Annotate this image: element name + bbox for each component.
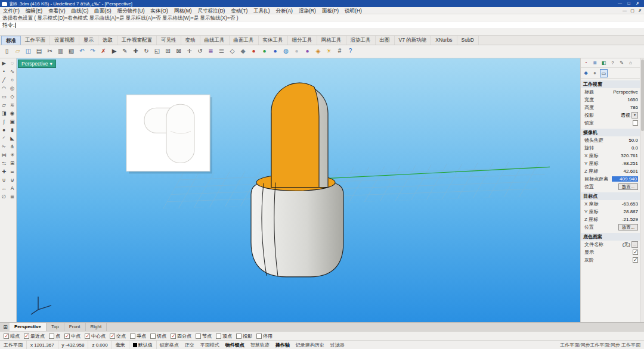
earth-globe-icon[interactable]: ◍ — [281, 46, 291, 57]
reference-image[interactable] — [126, 95, 212, 173]
osnap-vertex[interactable]: 顶点 — [216, 333, 232, 339]
lasso-select-tool-icon[interactable]: ◌ — [8, 60, 16, 67]
projection-select[interactable]: 透视 — [612, 112, 630, 119]
tab-subd[interactable]: SubD — [457, 36, 479, 45]
osnap-near[interactable]: 最近点 — [24, 333, 45, 339]
minimize-button[interactable]: — — [615, 0, 624, 7]
curve-tool-icon[interactable]: ∿ — [8, 68, 16, 76]
target-distance-value[interactable]: 409.940 — [612, 176, 638, 182]
new-file-icon[interactable]: ▯ — [2, 46, 12, 57]
viewport-height-value[interactable]: 786 — [612, 105, 638, 110]
box-tool-icon[interactable]: ▣ — [8, 118, 16, 126]
print-icon[interactable]: ▤ — [34, 46, 44, 57]
copy-icon[interactable]: ▥ — [55, 46, 66, 57]
tab-surface-tools[interactable]: 曲面工具 — [230, 36, 259, 45]
tab-solid-tools[interactable]: 实体工具 — [259, 36, 288, 45]
menu-solid[interactable]: 实体(O) — [148, 7, 171, 14]
help-tab-icon[interactable]: ? — [609, 60, 617, 67]
menu-transform[interactable]: 变动(T) — [228, 7, 250, 14]
target-x-value[interactable]: -63.653 — [612, 201, 638, 207]
mirror-tool-icon[interactable]: ⇋ — [0, 160, 8, 167]
toggle-grid-snap[interactable]: 锁定格点 — [157, 342, 182, 348]
sweep-tool-icon[interactable]: ∫ — [0, 118, 8, 126]
extrude-tool-icon[interactable]: ◨ — [0, 110, 8, 117]
dimension-tool-icon[interactable]: ↔ — [0, 185, 8, 192]
trim-tool-icon[interactable]: ✁ — [0, 143, 8, 151]
tab-drafting[interactable]: 出图 — [376, 36, 395, 45]
white-sphere-icon[interactable]: ● — [292, 46, 302, 57]
osnap-disable[interactable]: 停用 — [256, 333, 273, 339]
display-tab-icon[interactable]: ◧ — [600, 60, 608, 67]
undo-view-icon[interactable]: ↺ — [195, 46, 205, 57]
tab-set-view[interactable]: 设置视图 — [50, 36, 79, 45]
tab-transform[interactable]: 变动 — [181, 36, 200, 45]
tab-select[interactable]: 选取 — [98, 36, 117, 45]
viewport-title-value[interactable]: Perspective — [612, 89, 638, 95]
group-tool-icon[interactable]: ⊎ — [8, 176, 16, 184]
chamfer-tool-icon[interactable]: ◣ — [8, 135, 16, 142]
shaded-display-icon[interactable]: ◆ — [238, 46, 248, 57]
toggle-planar[interactable]: 平面模式 — [197, 342, 222, 348]
osnap-quadrant[interactable]: 四分点 — [171, 333, 191, 339]
menu-tools[interactable]: 工具(L) — [250, 7, 273, 14]
vptab-front[interactable]: Front — [64, 323, 86, 331]
pan-view-icon[interactable]: ✛ — [184, 46, 194, 57]
select-pointer-icon[interactable]: ▶ — [109, 46, 119, 57]
menu-render[interactable]: 渲染(R) — [296, 7, 319, 14]
surface-tool-icon[interactable]: ▱ — [0, 101, 8, 109]
menu-mesh[interactable]: 网格(M) — [171, 7, 195, 14]
ellipse-tool-icon[interactable]: ◎ — [8, 85, 16, 92]
close-button[interactable]: ✗ — [633, 0, 642, 7]
menu-analyze[interactable]: 分析(A) — [273, 7, 296, 14]
zoom-window-icon[interactable]: ⊞ — [163, 46, 173, 57]
menu-edit[interactable]: 编辑(E) — [23, 7, 45, 14]
tab-curve-tools[interactable]: 曲线工具 — [200, 36, 230, 45]
arc-tool-icon[interactable]: ◠ — [0, 85, 8, 92]
toggle-filter[interactable]: 过滤器 — [327, 342, 348, 348]
menu-dimension[interactable]: 尺寸标注(D) — [195, 7, 228, 14]
toggle-ortho[interactable]: 正交 — [182, 342, 197, 348]
tab-new-in-v7[interactable]: V7 的新功能 — [395, 36, 432, 45]
pointer-tool-icon[interactable]: ▶ — [0, 60, 8, 67]
camera-place-button[interactable]: 放置... — [618, 183, 638, 190]
osnap-point[interactable]: 点 — [49, 333, 60, 339]
camera-y-value[interactable]: -98.251 — [612, 161, 638, 166]
render-red-sphere-icon[interactable]: ● — [249, 46, 259, 57]
wallpaper-show-checkbox[interactable] — [633, 250, 638, 255]
sphere-tool-icon[interactable]: ● — [0, 126, 8, 134]
rotation-value[interactable]: 0.0 — [612, 145, 638, 151]
zoom-extents-icon[interactable]: ⊠ — [174, 46, 184, 57]
tab-viewport-layout[interactable]: 工作视窗配置 — [117, 36, 157, 45]
object-properties-subtab-icon[interactable]: ◆ — [582, 69, 590, 77]
child-close-button[interactable]: ✗ — [636, 7, 644, 14]
viewport-title-menu[interactable]: Perspective ▾ — [18, 60, 56, 68]
panel-scrollbar[interactable] — [640, 58, 644, 322]
osnap-mid[interactable]: 中点 — [64, 333, 80, 339]
scale-icon[interactable]: ◱ — [152, 46, 162, 57]
viewport-width-value[interactable]: 1650 — [612, 97, 638, 102]
child-minimize-button[interactable]: — — [621, 7, 628, 14]
polyline-tool-icon[interactable]: ╱ — [0, 76, 8, 84]
tab-visibility[interactable]: 可见性 — [157, 36, 181, 45]
tab-render-tools[interactable]: 渲染工具 — [346, 36, 376, 45]
tab-display[interactable]: 显示 — [79, 36, 98, 45]
point-tool-icon[interactable]: • — [0, 68, 8, 76]
chevron-down-icon[interactable]: ▾ — [631, 112, 638, 119]
layer-tool-icon[interactable]: ≣ — [8, 193, 16, 201]
open-file-icon[interactable]: ▱ — [13, 46, 23, 57]
rectangle-tool-icon[interactable]: ▭ — [0, 93, 8, 101]
tab-subd-tools[interactable]: 细分工具 — [288, 36, 317, 45]
hide-tool-icon[interactable]: ∅ — [0, 193, 8, 201]
target-z-value[interactable]: -21.529 — [612, 217, 638, 222]
target-place-button[interactable]: 放置... — [618, 224, 638, 230]
child-restore-button[interactable]: ▢ — [628, 7, 636, 14]
layers-tab-icon[interactable]: ≣ — [591, 60, 599, 67]
toggle-history[interactable]: 记录建构历史 — [293, 342, 327, 348]
osnap-perpendicular[interactable]: 垂点 — [130, 333, 146, 339]
menu-surface[interactable]: 曲面(S) — [91, 7, 114, 14]
shaver-model[interactable] — [251, 83, 343, 277]
scrollbar-thumb[interactable] — [641, 60, 644, 131]
undo-icon[interactable]: ↶ — [77, 46, 87, 57]
osnap-center[interactable]: 中心点 — [85, 333, 106, 339]
camera-z-value[interactable]: 42.601 — [612, 169, 638, 174]
